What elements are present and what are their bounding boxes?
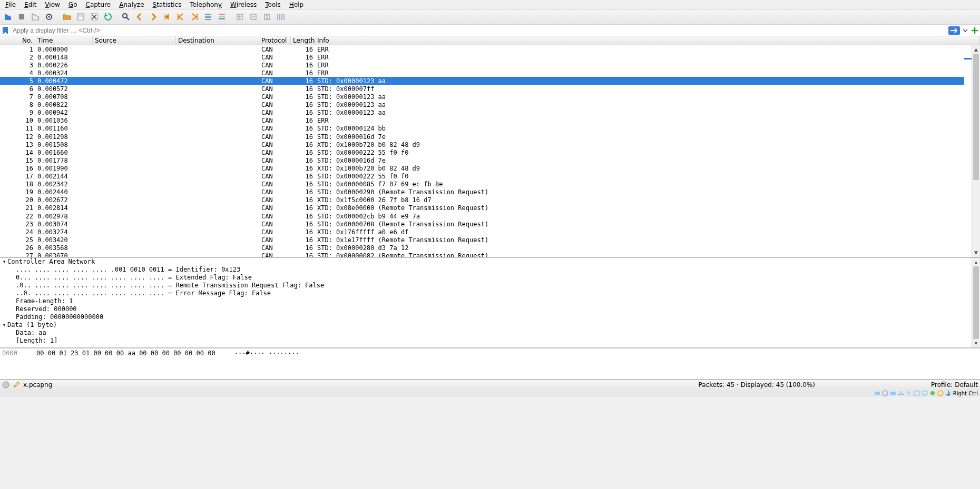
packet-row[interactable]: 120.001298CAN16STD: 0x0000016d 7e: [0, 133, 972, 141]
vm-clipboard-icon[interactable]: [937, 390, 944, 397]
close-file-button[interactable]: [88, 11, 101, 23]
zoom-in-button[interactable]: [233, 11, 246, 23]
tree-leaf[interactable]: 0... .... .... .... .... .... .... .... …: [1, 274, 979, 282]
vm-optical-icon[interactable]: [882, 390, 889, 397]
go-last-button[interactable]: [188, 11, 201, 23]
bookmark-filter-icon[interactable]: [1, 26, 9, 35]
packet-row[interactable]: 210.002814CAN16XTD: 0x08e00000 (Remote T…: [0, 204, 972, 212]
menu-help[interactable]: Help: [285, 1, 308, 8]
edit-capture-comment-icon[interactable]: [13, 381, 20, 388]
packet-bytes-pane[interactable]: 0000 00 00 01 23 01 00 00 00 aa 00 00 00…: [0, 348, 980, 380]
menu-capture[interactable]: Capture: [81, 1, 115, 8]
menu-view[interactable]: View: [41, 1, 64, 8]
packet-row[interactable]: 90.000942CAN16STD: 0x00000123 aa: [0, 109, 972, 117]
go-next-button[interactable]: [147, 11, 160, 23]
vm-record-icon[interactable]: [929, 390, 936, 397]
detail-scrollbar[interactable]: ▲ ▼: [972, 258, 980, 347]
tree-leaf[interactable]: ..0. .... .... .... .... .... .... .... …: [1, 290, 979, 297]
vm-input-captured-icon[interactable]: [945, 390, 952, 397]
profile-label[interactable]: Profile: Default: [931, 381, 978, 388]
reload-button[interactable]: [102, 11, 114, 23]
packet-row[interactable]: 260.003568CAN16STD: 0x00000280 d3 7a 12: [0, 244, 972, 252]
packet-row[interactable]: 190.002440CAN16STD: 0x00000290 (Remote T…: [0, 188, 972, 196]
packet-row[interactable]: 180.002342CAN16STD: 0x00000085 f7 07 69 …: [0, 181, 972, 188]
menu-analyze[interactable]: Analyze: [115, 1, 148, 8]
expert-info-icon[interactable]: [2, 381, 9, 388]
col-header-destination[interactable]: Destination: [176, 36, 259, 45]
packet-row[interactable]: 230.003074CAN16STD: 0x00000708 (Remote T…: [0, 220, 972, 228]
scroll-thumb[interactable]: [973, 266, 979, 339]
go-prev-button[interactable]: [133, 11, 146, 23]
packet-row[interactable]: 30.000226CAN16ERR: [0, 61, 972, 69]
packet-row[interactable]: 200.002672CAN16XTD: 0x1f5c0000 26 7f b8 …: [0, 196, 972, 204]
packet-row[interactable]: 250.003420CAN16XTD: 0x1e17ffff (Remote T…: [0, 236, 972, 244]
packet-row[interactable]: 130.001508CAN16XTD: 0x1000b720 b0 82 48 …: [0, 141, 972, 148]
restart-capture-button[interactable]: [29, 11, 42, 23]
menu-statistics[interactable]: Statistics: [149, 1, 186, 8]
tree-leaf[interactable]: Data: aa: [1, 329, 979, 337]
packet-row[interactable]: 150.001778CAN16STD: 0x0000016d 7e: [0, 156, 972, 164]
tree-leaf[interactable]: Frame-Length: 1: [1, 297, 979, 305]
collapse-icon[interactable]: ▾: [1, 258, 7, 266]
go-to-packet-button[interactable]: [161, 11, 173, 23]
scroll-down-icon[interactable]: ▼: [972, 248, 980, 257]
add-filter-button[interactable]: [971, 26, 979, 35]
packet-row[interactable]: 110.001160CAN16STD: 0x00000124 bb: [0, 125, 972, 133]
packet-row[interactable]: 60.000572CAN16STD: 0x000007ff: [0, 85, 972, 93]
save-file-button[interactable]: [74, 11, 87, 23]
col-header-protocol[interactable]: Protocol: [259, 36, 291, 45]
apply-filter-button[interactable]: [948, 26, 960, 35]
menu-go[interactable]: Go: [64, 1, 82, 8]
vm-hdd-icon[interactable]: [890, 390, 897, 397]
packet-row[interactable]: 10.000000CAN16ERR: [0, 45, 972, 53]
tree-item[interactable]: ▾Controller Area Network: [1, 258, 979, 266]
menu-file[interactable]: File: [1, 1, 20, 8]
vm-net-icon[interactable]: [898, 390, 905, 397]
capture-options-button[interactable]: [43, 11, 55, 23]
vm-disk-icon[interactable]: [874, 390, 881, 397]
packet-row[interactable]: 170.002144CAN16STD: 0x00000222 55 f0 f0: [0, 173, 972, 181]
packet-row[interactable]: 160.001990CAN16XTD: 0x1000b720 b0 82 48 …: [0, 164, 972, 172]
packet-list-header[interactable]: No. Time Source Destination Protocol Len…: [0, 36, 980, 45]
packet-detail-pane[interactable]: ▾Controller Area Network .... .... .... …: [0, 258, 980, 348]
packet-row[interactable]: 270.003670CAN16STD: 0x00000082 (Remote T…: [0, 252, 972, 257]
packet-row[interactable]: 40.000324CAN16ERR: [0, 69, 972, 77]
col-header-time[interactable]: Time: [35, 36, 93, 45]
filter-history-dropdown[interactable]: [961, 26, 969, 35]
tree-item[interactable]: ▾Data (1 byte): [1, 321, 979, 329]
packet-row[interactable]: 100.001036CAN16ERR: [0, 117, 972, 125]
tree-leaf[interactable]: .... .... .... .... .... .001 0010 0011 …: [1, 266, 979, 274]
vm-shared-icon[interactable]: [914, 390, 920, 397]
packet-row[interactable]: 220.002978CAN16STD: 0x000002cb b9 44 e9 …: [0, 212, 972, 220]
col-header-length[interactable]: Length: [291, 36, 315, 45]
packet-row[interactable]: 140.001660CAN16STD: 0x00000222 55 f0 f0: [0, 148, 972, 156]
auto-scroll-button[interactable]: [202, 11, 214, 23]
scroll-thumb[interactable]: [973, 54, 979, 180]
vm-display-icon[interactable]: [922, 390, 928, 397]
col-header-source[interactable]: Source: [93, 36, 176, 45]
packet-minimap[interactable]: [964, 45, 972, 257]
menubar[interactable]: File Edit View Go Capture Analyze Statis…: [0, 0, 980, 9]
packet-row[interactable]: 50.000472CAN16STD: 0x00000123 aa: [0, 77, 972, 85]
menu-telephony[interactable]: Telephony: [185, 1, 226, 8]
col-header-info[interactable]: Info: [315, 36, 980, 45]
zoom-out-button[interactable]: [247, 11, 260, 23]
col-header-no[interactable]: No.: [0, 36, 35, 45]
open-file-button[interactable]: [61, 11, 73, 23]
packet-list-body[interactable]: 10.000000CAN16ERR20.000148CAN16ERR30.000…: [0, 45, 980, 257]
packet-row[interactable]: 80.000822CAN16STD: 0x00000123 aa: [0, 101, 972, 109]
menu-wireless[interactable]: Wireless: [226, 1, 261, 8]
hex-bytes[interactable]: 00 00 01 23 01 00 00 00 aa 00 00 00 00 0…: [36, 350, 215, 357]
tree-leaf[interactable]: Reserved: 000000: [1, 305, 979, 313]
hex-ascii[interactable]: ···#···· ········: [234, 350, 299, 357]
packet-row[interactable]: 20.000148CAN16ERR: [0, 53, 972, 61]
tree-leaf[interactable]: [Length: 1]: [1, 337, 979, 345]
tree-leaf[interactable]: Padding: 00000000000000: [1, 313, 979, 321]
scroll-up-icon[interactable]: ▲: [972, 45, 980, 54]
display-filter-input[interactable]: [11, 26, 947, 35]
tree-leaf[interactable]: .0.. .... .... .... .... .... .... .... …: [1, 282, 979, 290]
packet-list-scrollbar[interactable]: ▲ ▼: [972, 45, 980, 257]
find-button[interactable]: [120, 11, 132, 23]
packet-row[interactable]: 70.000708CAN16STD: 0x00000123 aa: [0, 93, 972, 101]
stop-capture-button[interactable]: [15, 11, 28, 23]
